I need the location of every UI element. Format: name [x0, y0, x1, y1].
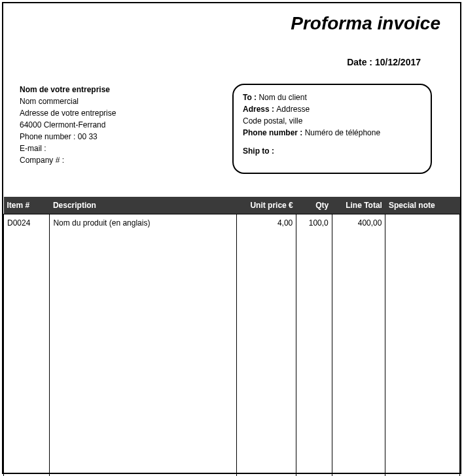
sender-company-no: Company # :	[20, 154, 226, 166]
recipient-address: Adress : Addresse	[243, 103, 421, 115]
th-item: Item #	[4, 197, 50, 214]
date-value: 10/12/2017	[375, 57, 421, 67]
sender-city: 64000 Clermont-Ferrand	[20, 119, 226, 131]
th-unit-price: Unit price €	[237, 197, 296, 214]
sender-phone-value: 00 33	[78, 132, 98, 141]
cell-line-total: 400,00	[332, 214, 385, 232]
items-table-wrap: Item # Description Unit price € Qty Line…	[3, 197, 460, 476]
sender-email: E-mail :	[20, 143, 226, 154]
recipient-phone-label: Phone number :	[243, 128, 305, 137]
th-description: Description	[50, 197, 237, 214]
page-title: Proforma invoice	[3, 3, 460, 34]
table-row: D0024 Nom du produit (en anglais) 4,00 1…	[4, 214, 460, 232]
items-table: Item # Description Unit price € Qty Line…	[3, 197, 460, 476]
sender-commercial-name: Nom commercial	[20, 95, 226, 107]
date-row: Date : 10/12/2017	[3, 57, 460, 67]
recipient-phone-value: Numéro de téléphone	[305, 128, 380, 137]
recipient-city: Code postal, ville	[243, 115, 421, 127]
recipient-to-value: Nom du client	[259, 93, 306, 102]
date-label: Date :	[347, 57, 375, 67]
sender-block: Nom de votre entreprise Nom commercial A…	[3, 84, 226, 174]
recipient-box: To : Nom du client Adress : Addresse Cod…	[232, 84, 432, 174]
th-line-total: Line Total	[332, 197, 385, 214]
sender-address: Adresse de votre entreprise	[20, 107, 226, 119]
recipient-phone: Phone number : Numéro de téléphone	[243, 127, 421, 139]
th-special-note: Special note	[385, 197, 460, 214]
cell-special-note	[385, 214, 460, 232]
table-header-row: Item # Description Unit price € Qty Line…	[4, 197, 460, 214]
th-qty: Qty	[296, 197, 332, 214]
cell-description: Nom du produit (en anglais)	[50, 214, 237, 232]
sender-phone-label: Phone number :	[20, 132, 78, 141]
cell-unit-price: 4,00	[237, 214, 296, 232]
cell-item: D0024	[4, 214, 50, 232]
recipient-address-value: Addresse	[276, 105, 310, 114]
recipient-to: To : Nom du client	[243, 92, 421, 103]
sender-name: Nom de votre entreprise	[20, 84, 226, 95]
header-block: Nom de votre entreprise Nom commercial A…	[3, 84, 460, 174]
cell-qty: 100,0	[296, 214, 332, 232]
invoice-page: Proforma invoice Date : 10/12/2017 Nom d…	[2, 2, 461, 474]
sender-phone: Phone number : 00 33	[20, 131, 226, 143]
recipient-to-label: To :	[243, 93, 259, 102]
table-filler	[4, 231, 460, 476]
recipient-address-label: Adress :	[243, 105, 276, 114]
recipient-shipto-label: Ship to :	[243, 145, 421, 157]
